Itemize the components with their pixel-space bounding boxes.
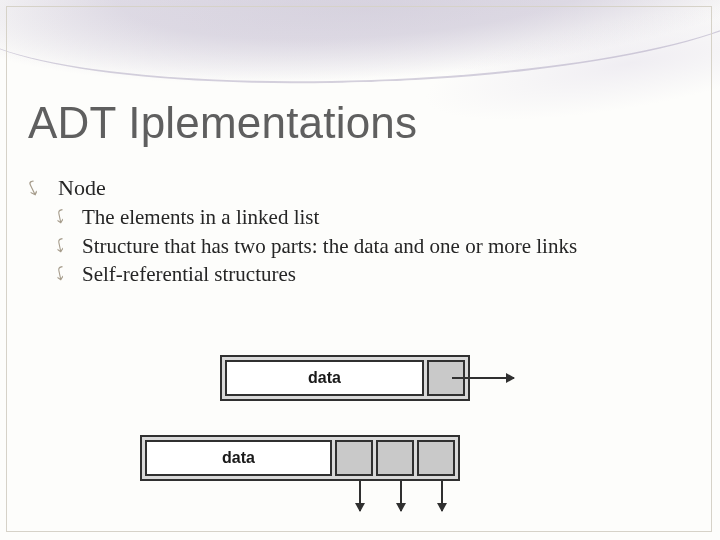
arrow-down-icon [441,481,443,511]
bullet-level2: The elements in a linked list [56,205,690,231]
slide-body: Node The elements in a linked list Struc… [30,175,690,291]
slide-title: ADT Iplementations [28,98,417,148]
node-data-cell: data [145,440,332,476]
bullet-level2: Structure that has two parts: the data a… [56,234,690,260]
arrow-down-icon [359,481,361,511]
bullet-level2: Self-referential structures [56,262,690,288]
node-single-link: data [220,355,470,401]
node-data-cell: data [225,360,424,396]
node-link-cell [335,440,373,476]
arrow-down-icon [400,481,402,511]
node-link-cell [417,440,455,476]
node-link-cell [376,440,414,476]
node-multi-link: data [140,435,460,481]
bullet-level1: Node [30,175,690,201]
node-diagram: data data [70,355,660,525]
arrow-right-icon [452,377,514,379]
